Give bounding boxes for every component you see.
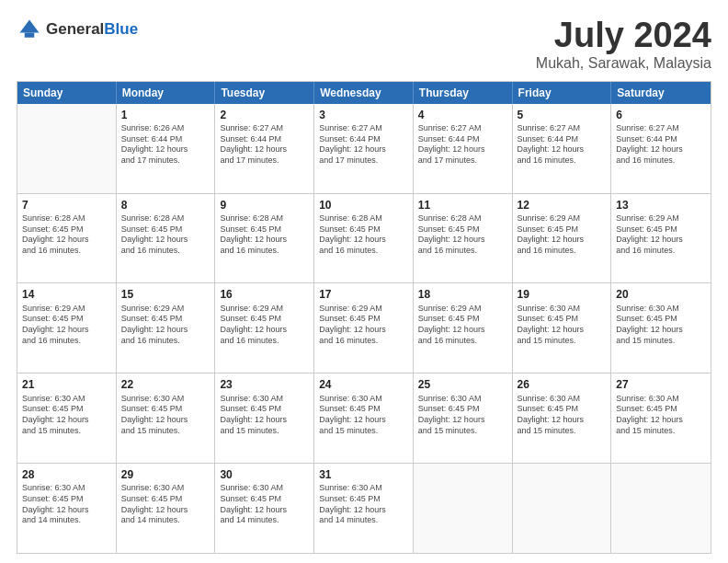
day-number: 8 bbox=[121, 198, 210, 213]
day-cell-31: 31Sunrise: 6:30 AM Sunset: 6:45 PM Dayli… bbox=[314, 464, 414, 553]
day-info: Sunrise: 6:30 AM Sunset: 6:45 PM Dayligh… bbox=[121, 483, 210, 526]
day-cell-29: 29Sunrise: 6:30 AM Sunset: 6:45 PM Dayli… bbox=[117, 464, 216, 553]
day-number: 26 bbox=[518, 377, 607, 392]
day-number: 9 bbox=[220, 198, 309, 213]
day-number: 14 bbox=[22, 287, 111, 302]
day-info: Sunrise: 6:30 AM Sunset: 6:45 PM Dayligh… bbox=[220, 394, 309, 437]
title-block: July 2024 Mukah, Sarawak, Malaysia bbox=[536, 17, 711, 72]
day-info: Sunrise: 6:29 AM Sunset: 6:45 PM Dayligh… bbox=[22, 304, 111, 347]
day-number: 4 bbox=[418, 108, 507, 122]
logo-blue: Blue bbox=[104, 20, 138, 38]
day-header-friday: Friday bbox=[513, 82, 612, 104]
day-cell-9: 9Sunrise: 6:28 AM Sunset: 6:45 PM Daylig… bbox=[215, 194, 314, 283]
day-header-wednesday: Wednesday bbox=[314, 82, 414, 104]
day-info: Sunrise: 6:30 AM Sunset: 6:45 PM Dayligh… bbox=[22, 483, 111, 526]
day-number: 21 bbox=[22, 377, 111, 392]
day-info: Sunrise: 6:28 AM Sunset: 6:45 PM Dayligh… bbox=[22, 213, 111, 257]
day-info: Sunrise: 6:27 AM Sunset: 6:44 PM Dayligh… bbox=[418, 123, 507, 167]
day-info: Sunrise: 6:29 AM Sunset: 6:45 PM Dayligh… bbox=[121, 304, 210, 347]
day-header-tuesday: Tuesday bbox=[215, 82, 314, 104]
day-info: Sunrise: 6:27 AM Sunset: 6:44 PM Dayligh… bbox=[319, 123, 408, 167]
day-cell-2: 2Sunrise: 6:27 AM Sunset: 6:44 PM Daylig… bbox=[215, 104, 314, 193]
day-info: Sunrise: 6:30 AM Sunset: 6:45 PM Dayligh… bbox=[518, 394, 607, 437]
day-info: Sunrise: 6:26 AM Sunset: 6:44 PM Dayligh… bbox=[121, 123, 210, 167]
day-info: Sunrise: 6:30 AM Sunset: 6:45 PM Dayligh… bbox=[220, 483, 309, 526]
day-cell-1: 1Sunrise: 6:26 AM Sunset: 6:44 PM Daylig… bbox=[117, 104, 216, 193]
day-number: 3 bbox=[319, 108, 408, 122]
day-number: 7 bbox=[22, 198, 111, 213]
day-info: Sunrise: 6:29 AM Sunset: 6:45 PM Dayligh… bbox=[319, 304, 408, 347]
day-number: 18 bbox=[418, 287, 507, 302]
week-row-2: 7Sunrise: 6:28 AM Sunset: 6:45 PM Daylig… bbox=[17, 194, 711, 284]
day-number: 20 bbox=[616, 287, 706, 302]
day-number: 29 bbox=[121, 467, 210, 482]
week-row-3: 14Sunrise: 6:29 AM Sunset: 6:45 PM Dayli… bbox=[17, 283, 711, 373]
logo-icon bbox=[17, 17, 42, 42]
day-header-monday: Monday bbox=[117, 82, 216, 104]
day-cell-22: 22Sunrise: 6:30 AM Sunset: 6:45 PM Dayli… bbox=[117, 373, 216, 463]
day-info: Sunrise: 6:29 AM Sunset: 6:45 PM Dayligh… bbox=[518, 213, 607, 257]
day-cell-7: 7Sunrise: 6:28 AM Sunset: 6:45 PM Daylig… bbox=[17, 194, 117, 283]
day-number: 15 bbox=[121, 287, 210, 302]
day-info: Sunrise: 6:28 AM Sunset: 6:45 PM Dayligh… bbox=[319, 213, 408, 257]
day-number: 6 bbox=[616, 108, 706, 122]
svg-marker-0 bbox=[20, 20, 40, 33]
day-cell-6: 6Sunrise: 6:27 AM Sunset: 6:44 PM Daylig… bbox=[611, 104, 711, 193]
day-cell-16: 16Sunrise: 6:29 AM Sunset: 6:45 PM Dayli… bbox=[215, 283, 314, 373]
day-info: Sunrise: 6:27 AM Sunset: 6:44 PM Dayligh… bbox=[616, 123, 706, 167]
day-cell-8: 8Sunrise: 6:28 AM Sunset: 6:45 PM Daylig… bbox=[117, 194, 216, 283]
day-cell-26: 26Sunrise: 6:30 AM Sunset: 6:45 PM Dayli… bbox=[513, 373, 612, 463]
day-number: 11 bbox=[418, 198, 507, 213]
day-number: 2 bbox=[220, 108, 309, 122]
day-cell-3: 3Sunrise: 6:27 AM Sunset: 6:44 PM Daylig… bbox=[314, 104, 414, 193]
header: GeneralBlue July 2024 Mukah, Sarawak, Ma… bbox=[17, 17, 711, 72]
day-info: Sunrise: 6:27 AM Sunset: 6:44 PM Dayligh… bbox=[518, 123, 607, 167]
day-cell-14: 14Sunrise: 6:29 AM Sunset: 6:45 PM Dayli… bbox=[17, 283, 117, 373]
day-cell-13: 13Sunrise: 6:29 AM Sunset: 6:45 PM Dayli… bbox=[611, 194, 711, 283]
day-number: 1 bbox=[121, 108, 210, 122]
day-cell-17: 17Sunrise: 6:29 AM Sunset: 6:45 PM Dayli… bbox=[314, 283, 414, 373]
day-cell-10: 10Sunrise: 6:28 AM Sunset: 6:45 PM Dayli… bbox=[314, 194, 414, 283]
day-info: Sunrise: 6:27 AM Sunset: 6:44 PM Dayligh… bbox=[220, 123, 309, 167]
calendar-header: SundayMondayTuesdayWednesdayThursdayFrid… bbox=[17, 82, 711, 104]
day-info: Sunrise: 6:29 AM Sunset: 6:45 PM Dayligh… bbox=[616, 213, 706, 257]
day-info: Sunrise: 6:28 AM Sunset: 6:45 PM Dayligh… bbox=[121, 213, 210, 257]
empty-cell bbox=[611, 464, 711, 553]
day-number: 23 bbox=[220, 377, 309, 392]
day-cell-20: 20Sunrise: 6:30 AM Sunset: 6:45 PM Dayli… bbox=[611, 283, 711, 373]
day-header-thursday: Thursday bbox=[414, 82, 513, 104]
day-cell-23: 23Sunrise: 6:30 AM Sunset: 6:45 PM Dayli… bbox=[215, 373, 314, 463]
day-cell-19: 19Sunrise: 6:30 AM Sunset: 6:45 PM Dayli… bbox=[513, 283, 612, 373]
month-title: July 2024 bbox=[536, 17, 711, 55]
day-cell-24: 24Sunrise: 6:30 AM Sunset: 6:45 PM Dayli… bbox=[314, 373, 414, 463]
day-info: Sunrise: 6:30 AM Sunset: 6:45 PM Dayligh… bbox=[518, 304, 607, 347]
day-cell-18: 18Sunrise: 6:29 AM Sunset: 6:45 PM Dayli… bbox=[414, 283, 513, 373]
day-number: 16 bbox=[220, 287, 309, 302]
logo-text: GeneralBlue bbox=[46, 21, 138, 39]
week-row-1: 1Sunrise: 6:26 AM Sunset: 6:44 PM Daylig… bbox=[17, 104, 711, 194]
day-info: Sunrise: 6:30 AM Sunset: 6:45 PM Dayligh… bbox=[616, 304, 706, 347]
calendar-body: 1Sunrise: 6:26 AM Sunset: 6:44 PM Daylig… bbox=[17, 104, 711, 553]
day-number: 5 bbox=[518, 108, 607, 122]
day-cell-5: 5Sunrise: 6:27 AM Sunset: 6:44 PM Daylig… bbox=[513, 104, 612, 193]
week-row-4: 21Sunrise: 6:30 AM Sunset: 6:45 PM Dayli… bbox=[17, 373, 711, 464]
day-number: 19 bbox=[518, 287, 607, 302]
day-number: 17 bbox=[319, 287, 408, 302]
day-number: 25 bbox=[418, 377, 507, 392]
day-info: Sunrise: 6:28 AM Sunset: 6:45 PM Dayligh… bbox=[418, 213, 507, 257]
day-cell-27: 27Sunrise: 6:30 AM Sunset: 6:45 PM Dayli… bbox=[611, 373, 711, 463]
day-number: 31 bbox=[319, 467, 408, 482]
day-info: Sunrise: 6:30 AM Sunset: 6:45 PM Dayligh… bbox=[121, 394, 210, 437]
day-number: 30 bbox=[220, 467, 309, 482]
day-cell-30: 30Sunrise: 6:30 AM Sunset: 6:45 PM Dayli… bbox=[215, 464, 314, 553]
day-header-sunday: Sunday bbox=[17, 82, 117, 104]
day-info: Sunrise: 6:30 AM Sunset: 6:45 PM Dayligh… bbox=[319, 483, 408, 526]
day-number: 12 bbox=[518, 198, 607, 213]
day-header-saturday: Saturday bbox=[611, 82, 711, 104]
day-info: Sunrise: 6:29 AM Sunset: 6:45 PM Dayligh… bbox=[418, 304, 507, 347]
day-number: 10 bbox=[319, 198, 408, 213]
day-info: Sunrise: 6:30 AM Sunset: 6:45 PM Dayligh… bbox=[616, 394, 706, 437]
day-cell-21: 21Sunrise: 6:30 AM Sunset: 6:45 PM Dayli… bbox=[17, 373, 117, 463]
day-number: 27 bbox=[616, 377, 706, 392]
day-info: Sunrise: 6:30 AM Sunset: 6:45 PM Dayligh… bbox=[319, 394, 408, 437]
